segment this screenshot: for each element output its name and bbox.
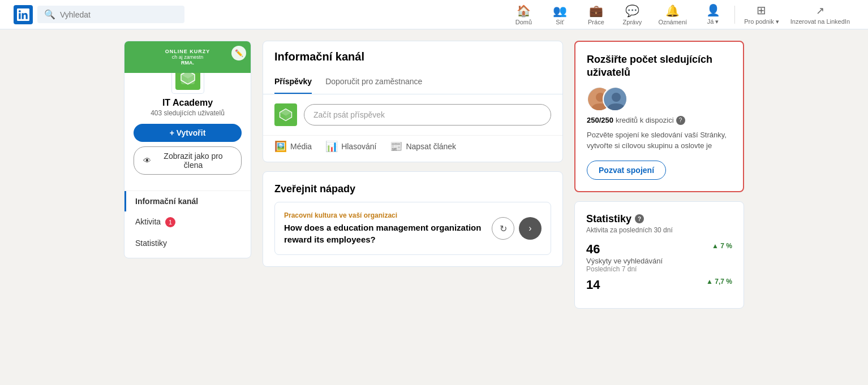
publish-title: Zveřejnit nápady — [274, 183, 551, 195]
banner-sub2: RMA. — [165, 60, 210, 66]
share-idea-button[interactable]: ↻ — [492, 217, 514, 240]
media-action[interactable]: 🖼️ Média — [274, 140, 312, 153]
stat-1-change: ▲ 7 % — [712, 242, 732, 250]
sidebar-nav: Informační kanál Aktivita 1 Statistiky — [124, 191, 251, 258]
home-icon: 🏠 — [517, 4, 531, 18]
expand-followers-card: Rozšiřte počet sledujících uživatelů — [574, 41, 744, 192]
article-icon: 📰 — [390, 140, 402, 153]
advertise-icon: ↗ — [816, 5, 824, 17]
stat-1-label: Výskyty ve vyhledávání — [586, 257, 663, 265]
svg-point-12 — [612, 93, 621, 102]
banner-sub1: ch aj zamestn — [165, 54, 210, 60]
center-content: Informační kanál Příspěvky Doporučit pro… — [263, 41, 563, 318]
publish-idea-category: Pracovní kultura ve vaší organizaci — [284, 211, 492, 219]
nav-divider — [734, 6, 735, 24]
compose-input[interactable]: Začít psát příspěvek — [304, 104, 551, 126]
nav-sit[interactable]: 👥 Síť — [543, 4, 577, 25]
expand-description: Pozvěte spojení ke sledování vaší Stránk… — [587, 129, 732, 152]
credits-value: 250/250 — [587, 116, 613, 124]
feed-tabs: Příspěvky Doporučit pro zaměstnance — [263, 70, 562, 94]
sidebar-profile-card: ONLINE KURZY ch aj zamestn RMA. ✏️ — [124, 41, 251, 258]
compose-actions: 🖼️ Média 📊 Hlasování 📰 Napsat článek — [263, 136, 562, 162]
statistics-title: Statistiky ? — [586, 213, 732, 225]
company-name: IT Academy — [134, 98, 242, 108]
sidebar-nav-feed[interactable]: Informační kanál — [124, 191, 251, 211]
invite-connection-button[interactable]: Pozvat spojení — [587, 161, 666, 180]
stat-1-number: 46 — [586, 242, 663, 257]
eye-icon: 👁 — [143, 156, 151, 165]
nav-pro-podnik[interactable]: ⊞ Pro podnik ▾ — [740, 3, 784, 25]
nav-oznameni[interactable]: 🔔 Oznámení — [651, 4, 694, 25]
jobs-icon: 💼 — [589, 4, 603, 18]
stat-1-sublabel: Posledních 7 dní — [586, 265, 663, 273]
pencil-icon: ✏️ — [235, 49, 243, 57]
stat-row-2: 14 ▲ 7,7 % — [586, 278, 732, 292]
sidebar-banner: ONLINE KURZY ch aj zamestn RMA. ✏️ — [124, 41, 251, 73]
sidebar-nav-activity[interactable]: Aktivita 1 — [124, 211, 251, 233]
publish-idea-title: How does a education management organiza… — [284, 222, 492, 245]
sidebar-profile-section: IT Academy 403 sledujících uživatelů + V… — [124, 62, 251, 184]
stat-row-2-inner: 14 ▲ 7,7 % — [586, 278, 732, 292]
credits-label: kreditů k dispozici — [616, 116, 674, 124]
publish-card: Zveřejnit nápady Pracovní kultura ve vaš… — [263, 171, 563, 267]
search-bar[interactable]: 🔍 — [37, 6, 184, 23]
banner-overlay: ONLINE KURZY ch aj zamestn RMA. — [124, 41, 251, 73]
nav-domu[interactable]: 🏠 Domů — [506, 4, 540, 25]
nav-ja[interactable]: 👤 Já ▾ — [696, 3, 730, 25]
messages-icon: 💬 — [625, 4, 639, 18]
credits-line: 250/250 kreditů k dispozici ? — [587, 116, 732, 125]
bell-icon: 🔔 — [665, 4, 680, 18]
help-icon[interactable]: ? — [676, 116, 685, 125]
tab-doporucit[interactable]: Doporučit pro zaměstnance — [325, 70, 422, 94]
profile-icon: 👤 — [706, 3, 720, 17]
main-container: ONLINE KURZY ch aj zamestn RMA. ✏️ — [115, 41, 753, 318]
search-icon: 🔍 — [44, 9, 55, 20]
stat-2-change: ▲ 7,7 % — [706, 278, 732, 285]
nav-center: 🏠 Domů 👥 Síť 💼 Práce 💬 Zprávy 🔔 Oznámení… — [506, 3, 854, 25]
publish-idea-item: Pracovní kultura ve vaší organizaci How … — [274, 202, 551, 255]
compose-area: Začít psát příspěvek — [263, 94, 562, 136]
linkedin-logo[interactable] — [14, 5, 33, 24]
statistics-subtitle: Aktivita za posledních 30 dní — [586, 226, 732, 234]
network-icon: 👥 — [553, 4, 567, 18]
followers-count: 403 sledujících uživatelů — [134, 109, 242, 117]
left-sidebar: ONLINE KURZY ch aj zamestn RMA. ✏️ — [124, 41, 251, 318]
poll-action[interactable]: 📊 Hlasování — [325, 140, 376, 153]
right-sidebar: Rozšiřte počet sledujících uživatelů — [574, 41, 744, 318]
edit-banner-button[interactable]: ✏️ — [231, 46, 246, 60]
banner-online-kurzy: ONLINE KURZY — [165, 49, 210, 54]
nav-inzerovat[interactable]: ↗ Inzerovat na LinkedIn — [786, 5, 854, 25]
create-button[interactable]: + Vytvořit — [134, 124, 242, 142]
grid-icon: ⊞ — [757, 3, 766, 17]
search-input[interactable] — [60, 10, 178, 19]
stats-help-icon[interactable]: ? — [635, 214, 644, 223]
poll-icon: 📊 — [325, 140, 338, 153]
nav-prace[interactable]: 💼 Práce — [579, 4, 613, 25]
expand-title: Rozšiřte počet sledujících uživatelů — [587, 53, 732, 80]
feed-title: Informační kanál — [263, 41, 562, 63]
avatar-2 — [603, 86, 628, 111]
feed-card: Informační kanál Příspěvky Doporučit pro… — [263, 41, 563, 162]
compose-logo — [274, 103, 297, 126]
compose-logo-svg — [278, 107, 294, 123]
stat-1-left: 46 Výskyty ve vyhledávání Posledních 7 d… — [586, 242, 663, 273]
activity-badge: 1 — [165, 217, 175, 227]
media-icon: 🖼️ — [274, 140, 287, 153]
refresh-icon: ↻ — [500, 223, 507, 234]
stat-2-left: 14 — [586, 278, 600, 292]
next-idea-button[interactable]: › — [519, 217, 542, 240]
chevron-right-icon: › — [528, 223, 531, 233]
publish-idea-left: Pracovní kultura ve vaší organizaci How … — [284, 211, 492, 245]
statistics-card: Statistiky ? Aktivita za posledních 30 d… — [574, 201, 744, 309]
tab-prispevky[interactable]: Příspěvky — [274, 70, 312, 94]
view-as-member-button[interactable]: 👁 Zobrazit jako pro člena — [134, 146, 242, 175]
person2-avatar-svg — [604, 88, 628, 111]
stat-row-1-inner: 46 Výskyty ve vyhledávání Posledních 7 d… — [586, 242, 732, 273]
stat-row-1: 46 Výskyty ve vyhledávání Posledních 7 d… — [586, 242, 732, 273]
article-action[interactable]: 📰 Napsat článek — [390, 140, 456, 153]
nav-zpravy[interactable]: 💬 Zprávy — [615, 4, 649, 25]
sidebar-nav-statistics[interactable]: Statistiky — [124, 233, 251, 253]
publish-idea-actions: ↻ › — [492, 217, 542, 240]
avatars-group — [587, 86, 732, 111]
stat-2-number: 14 — [586, 278, 600, 292]
